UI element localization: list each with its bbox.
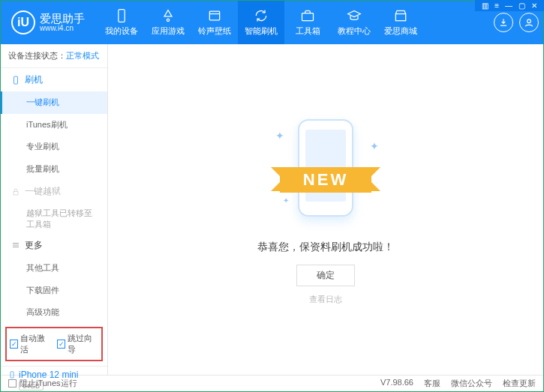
nav-media[interactable]: 铃声壁纸 <box>191 1 238 44</box>
view-log-link[interactable]: 查看日志 <box>309 294 342 305</box>
sidebar: 设备连接状态：正常模式 刷机 一键刷机 iTunes刷机 专业刷机 批量刷机 一… <box>1 44 108 375</box>
sparkle-icon: ✦ <box>283 196 289 205</box>
refresh-icon <box>254 8 269 23</box>
window-controls: ▥ ≡ — ▢ ✕ <box>475 0 544 11</box>
svg-point-1 <box>167 19 169 21</box>
section-flash[interactable]: 刷机 <box>1 68 107 91</box>
ok-button[interactable]: 确定 <box>296 265 355 286</box>
svg-rect-8 <box>11 372 14 378</box>
phone-small-icon <box>11 76 20 85</box>
toolbox-icon <box>300 8 315 23</box>
checkbox-checked-icon: ✓ <box>10 340 18 349</box>
svg-rect-4 <box>395 14 405 21</box>
sidebar-item-oneclick[interactable]: 一键刷机 <box>1 91 107 114</box>
checkbox-checked-icon: ✓ <box>57 340 65 349</box>
phone-icon <box>114 8 129 23</box>
cb-auto-activate[interactable]: ✓自动激活 <box>10 333 51 355</box>
footer-support[interactable]: 客服 <box>424 378 440 389</box>
main-content: ✦ ✦ ✦ NEW 恭喜您，保资料刷机成功啦！ 确定 查看日志 <box>108 44 543 375</box>
nav-flash[interactable]: 智能刷机 <box>238 1 284 44</box>
checkbox-unchecked-icon <box>8 379 17 388</box>
sidebar-item-batch[interactable]: 批量刷机 <box>1 158 107 181</box>
svg-point-5 <box>527 19 531 23</box>
version-label: V7.98.66 <box>380 378 413 389</box>
sparkle-icon: ✦ <box>370 140 379 152</box>
checkbox-highlight: ✓自动激活 ✓跳过向导 <box>5 327 103 361</box>
sparkle-icon: ✦ <box>275 130 284 142</box>
section-more[interactable]: 更多 <box>1 234 107 257</box>
svg-rect-6 <box>14 76 18 84</box>
pin-icon[interactable]: ▥ <box>479 1 491 10</box>
download-button[interactable] <box>494 13 513 32</box>
app-url: www.i4.cn <box>40 24 85 32</box>
svg-rect-2 <box>209 11 219 20</box>
header: iU 爱思助手 www.i4.cn 我的设备 应用游戏 铃声壁纸 智能刷机 工具… <box>1 1 543 44</box>
menu-icon[interactable]: ≡ <box>492 1 501 10</box>
nav-tools[interactable]: 工具箱 <box>284 1 331 44</box>
wallpaper-icon <box>207 8 222 23</box>
nav-apps[interactable]: 应用游戏 <box>145 1 191 44</box>
svg-rect-3 <box>302 13 314 21</box>
svg-rect-0 <box>119 10 125 22</box>
apps-icon <box>161 8 176 23</box>
section-jailbreak[interactable]: 一键越狱 <box>1 180 107 203</box>
sidebar-item-advanced[interactable]: 高级功能 <box>1 301 107 324</box>
close-icon[interactable]: ✕ <box>529 1 539 10</box>
graduation-icon <box>347 8 362 23</box>
sidebar-item-itunes[interactable]: iTunes刷机 <box>1 114 107 136</box>
app-name: 爱思助手 <box>40 13 85 24</box>
cb-block-itunes[interactable]: 阻止iTunes运行 <box>8 378 77 389</box>
user-button[interactable] <box>519 13 539 32</box>
nav-tutorial[interactable]: 教程中心 <box>331 1 377 44</box>
svg-rect-7 <box>14 191 18 195</box>
sidebar-item-other[interactable]: 其他工具 <box>1 257 107 280</box>
lock-icon <box>11 187 20 196</box>
maximize-icon[interactable]: ▢ <box>516 1 527 10</box>
cb-skip-guide[interactable]: ✓跳过向导 <box>57 333 98 355</box>
sidebar-item-firmware[interactable]: 下载固件 <box>1 280 107 302</box>
header-right <box>494 13 543 32</box>
sidebar-item-pro[interactable]: 专业刷机 <box>1 136 107 158</box>
nav-store[interactable]: 爱思商城 <box>377 1 424 44</box>
nav-my-device[interactable]: 我的设备 <box>98 1 145 44</box>
store-icon <box>393 8 408 23</box>
footer-update[interactable]: 检查更新 <box>503 378 536 389</box>
footer-wechat[interactable]: 微信公众号 <box>451 378 492 389</box>
jailbreak-note: 越狱工具已转移至工具箱 <box>1 203 107 234</box>
new-ribbon: NEW <box>280 167 371 193</box>
minimize-icon[interactable]: — <box>503 1 515 10</box>
success-message: 恭喜您，保资料刷机成功啦！ <box>257 241 394 254</box>
menu-icon <box>11 241 20 250</box>
success-illustration: ✦ ✦ ✦ NEW <box>269 115 382 227</box>
logo: iU 爱思助手 www.i4.cn <box>1 10 98 34</box>
nav: 我的设备 应用游戏 铃声壁纸 智能刷机 工具箱 教程中心 爱思商城 <box>98 1 494 44</box>
connection-status: 设备连接状态：正常模式 <box>1 44 107 68</box>
logo-icon: iU <box>11 10 35 34</box>
